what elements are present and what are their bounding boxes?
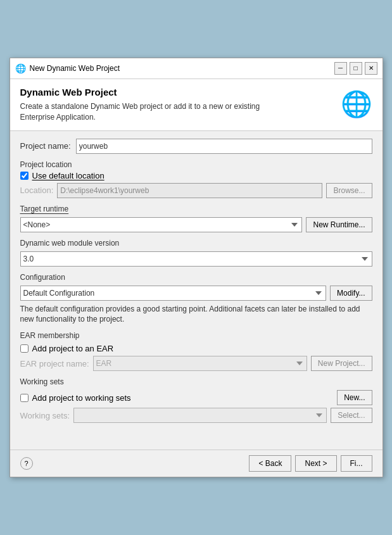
help-button[interactable]: ? (20, 457, 33, 470)
title-bar-title: New Dynamic Web Project (30, 64, 120, 73)
target-runtime-select[interactable]: <None> (20, 217, 303, 232)
minimize-button[interactable]: ─ (334, 62, 347, 75)
maximize-button[interactable]: □ (350, 62, 362, 75)
target-runtime-section: Target runtime <None> New Runtime... (20, 205, 372, 232)
dialog-footer: ? < Back Next > Fi... (10, 450, 383, 477)
dynamic-module-select[interactable]: 3.0 (20, 251, 372, 267)
dialog-header: Dynamic Web Project Create a standalone … (10, 79, 383, 131)
modify-button[interactable]: Modify... (330, 286, 372, 301)
new-runtime-button[interactable]: New Runtime... (306, 217, 372, 232)
configuration-select[interactable]: Default Configuration (20, 286, 327, 301)
working-sets-select[interactable] (73, 408, 327, 423)
header-icon: 🌐 (341, 89, 372, 119)
finish-button[interactable]: Fi... (341, 455, 372, 472)
working-sets-label2: Working sets: (20, 411, 70, 420)
configuration-section: Configuration Default Configuration Modi… (20, 273, 372, 325)
location-label: Location: (20, 186, 54, 195)
select-button[interactable]: Select... (331, 408, 372, 423)
dialog-title: Dynamic Web Project (20, 87, 293, 98)
dialog-description: Create a standalone Dynamic Web project … (20, 101, 293, 123)
configuration-info: The default configuration provides a goo… (20, 304, 372, 325)
working-sets-section: Working sets Add project to working sets… (20, 377, 372, 423)
new-project-button[interactable]: New Project... (311, 356, 372, 371)
ear-membership-section: EAR membership Add project to an EAR EAR… (20, 331, 372, 371)
working-sets-label: Working sets (20, 377, 372, 386)
use-default-label[interactable]: Use default location (32, 171, 104, 180)
project-name-input[interactable] (76, 139, 372, 154)
project-location-section: Project location Use default location Lo… (20, 160, 372, 198)
project-location-label: Project location (20, 160, 372, 169)
add-ear-row: Add project to an EAR (20, 344, 372, 353)
add-working-sets-row: Add project to working sets New... (20, 390, 372, 405)
target-runtime-label: Target runtime (20, 205, 372, 213)
next-button[interactable]: Next > (295, 455, 336, 472)
browse-button[interactable]: Browse... (326, 183, 372, 198)
back-button[interactable]: < Back (249, 455, 291, 472)
ear-project-select[interactable]: EAR (93, 356, 307, 371)
location-input[interactable] (57, 183, 322, 198)
new-working-set-button[interactable]: New... (337, 390, 372, 405)
configuration-label: Configuration (20, 273, 372, 282)
title-bar: 🌐 New Dynamic Web Project ─ □ ✕ (10, 58, 383, 79)
ear-membership-label: EAR membership (20, 331, 372, 340)
use-default-checkbox[interactable] (20, 172, 28, 180)
dynamic-module-label: Dynamic web module version (20, 239, 372, 248)
add-ear-checkbox[interactable] (20, 344, 28, 353)
ear-project-label: EAR project name: (20, 359, 89, 368)
add-working-sets-label[interactable]: Add project to working sets (32, 393, 131, 403)
add-working-sets-checkbox[interactable] (20, 394, 28, 402)
close-button[interactable]: ✕ (365, 62, 377, 75)
project-name-label: Project name: (20, 141, 71, 151)
project-name-row: Project name: (20, 139, 372, 154)
dynamic-module-section: Dynamic web module version 3.0 (20, 239, 372, 267)
use-default-location-row: Use default location (20, 171, 372, 180)
title-bar-icon: 🌐 (15, 63, 26, 73)
add-ear-label[interactable]: Add project to an EAR (32, 344, 114, 353)
